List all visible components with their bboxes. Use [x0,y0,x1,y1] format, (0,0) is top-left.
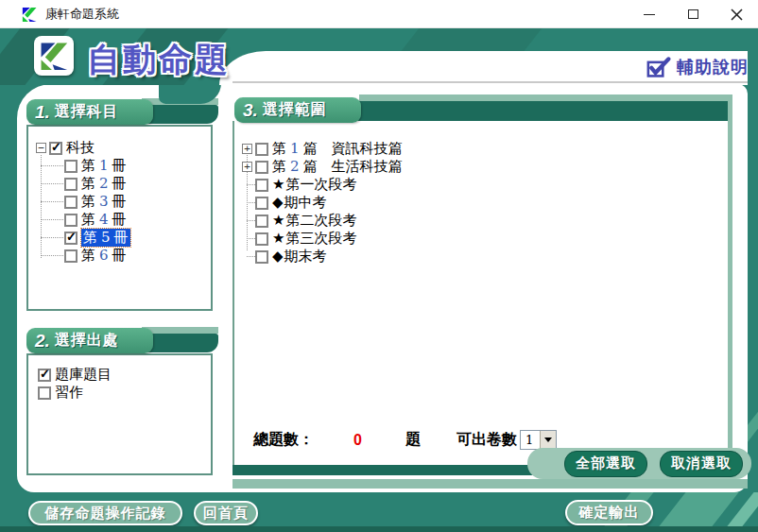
part1-checkbox[interactable] [255,143,268,156]
exam5-checkbox[interactable] [255,250,268,264]
panel-source-header: 2. 選擇出處 [26,328,153,353]
papers-count-select[interactable]: 1 [520,430,557,450]
chevron-down-icon[interactable] [540,431,556,449]
book5-label[interactable]: 第5冊 [81,229,130,247]
source-item-bank[interactable]: 題庫題目 [38,366,205,384]
workbook-label[interactable]: 習作 [55,384,83,402]
book2-label[interactable]: 第2冊 [81,175,127,193]
minimize-button[interactable] [633,0,665,28]
app-logo-icon [21,6,38,23]
book3-checkbox[interactable] [64,196,78,209]
close-icon [731,9,743,21]
panel-source-body: 題庫題目 習作 [26,353,213,475]
select-all-button[interactable]: 全部選取 [564,451,647,477]
summary-row: 總題數： 0 題 可出卷數 1 [253,430,557,450]
tree-item-book2[interactable]: 第2冊 [64,175,205,193]
window-title: 康軒命題系統 [45,0,119,28]
panel-scope-title: 選擇範圍 [263,100,327,120]
header-divider [233,81,748,83]
app-header: 自動命題 輔助說明 [0,28,758,85]
footer-bar: 儲存命題操作記錄 回首頁 確定輸出 [0,492,758,532]
panel-scope-accent [359,94,732,101]
book1-label[interactable]: 第1冊 [81,157,127,175]
brand-logo [34,36,74,76]
exam3-label[interactable]: ★第二次段考 [272,212,356,230]
selection-button-bar: 全部選取 取消選取 [527,448,751,479]
tree-item-exam4[interactable]: ★第三次段考 [242,230,722,248]
part2-label[interactable]: 第2篇生活科技篇 [272,158,403,176]
panel-scope-number: 3. [243,100,258,121]
book6-label[interactable]: 第6冊 [81,247,127,265]
right-edge-decoration [748,359,758,492]
expand-icon[interactable] [242,162,252,172]
source-item-workbook[interactable]: 習作 [38,384,205,402]
maximize-button[interactable] [677,0,709,28]
exam2-checkbox[interactable] [255,197,268,210]
maximize-icon [688,9,698,19]
tree-item-part2[interactable]: 第2篇生活科技篇 [242,158,722,176]
exam1-label[interactable]: ★第一次段考 [272,176,356,194]
tree-item-exam2[interactable]: ◆期中考 [242,194,722,212]
panel-source-bar [142,334,218,352]
exam5-label[interactable]: ◆期末考 [272,248,327,266]
exam3-checkbox[interactable] [255,215,268,228]
part1-label[interactable]: 第1篇資訊科技篇 [272,140,403,158]
save-log-button[interactable]: 儲存命題操作記錄 [28,501,182,525]
book3-label[interactable]: 第3冊 [81,193,127,211]
main-content: 1. 選擇科目 科技 第1冊 第2冊 第3冊 [17,84,748,492]
bank-label[interactable]: 題庫題目 [55,366,112,384]
confirm-output-button[interactable]: 確定輸出 [565,500,653,525]
book1-checkbox[interactable] [64,160,78,173]
subject-children: 第1冊 第2冊 第3冊 第4冊 第5冊 [64,157,205,265]
panel-subject-bar [142,105,218,124]
tree-connector [41,155,42,258]
tree-item-book6[interactable]: 第6冊 [64,247,205,265]
window-titlebar: 康軒命題系統 [0,0,758,28]
brand-logo-icon [38,40,70,72]
close-button[interactable] [720,0,752,28]
deselect-all-button[interactable]: 取消選取 [660,451,743,477]
panel-subject-title: 選擇科目 [55,102,119,122]
tree-item-exam3[interactable]: ★第二次段考 [242,212,722,230]
exam4-checkbox[interactable] [255,232,268,246]
collapse-icon[interactable] [36,143,46,153]
total-count: 0 [353,432,362,449]
help-button[interactable]: 輔助說明 [646,54,749,80]
book5-checkbox[interactable] [64,232,78,245]
help-check-icon [646,56,671,78]
subject-root-checkbox[interactable] [49,142,62,155]
source-list: 題庫題目 習作 [28,355,211,402]
exam4-label[interactable]: ★第三次段考 [272,230,356,248]
book2-checkbox[interactable] [64,178,78,191]
tree-item-exam1[interactable]: ★第一次段考 [242,176,722,194]
minimize-icon [644,14,655,15]
papers-count-value: 1 [521,431,540,449]
panel-scope-right-border [728,101,732,489]
panel-source-title: 選擇出處 [55,331,119,351]
subject-tree: 科技 第1冊 第2冊 第3冊 第4冊 [28,127,211,265]
tree-item-book3[interactable]: 第3冊 [64,193,205,211]
tree-item-part1[interactable]: 第1篇資訊科技篇 [242,140,722,158]
panel-source-number: 2. [35,331,50,352]
tree-item-book4[interactable]: 第4冊 [64,211,205,229]
panel-subject-body: 科技 第1冊 第2冊 第3冊 第4冊 [26,125,213,311]
bottom-accent-bar [233,479,748,489]
total-label: 總題數： [253,430,314,450]
tree-item-book1[interactable]: 第1冊 [64,157,205,175]
tree-item-book5-selected[interactable]: 第5冊 [64,229,205,247]
bank-checkbox[interactable] [38,369,51,382]
tree-item-subject-root[interactable]: 科技 [36,139,205,157]
part2-checkbox[interactable] [255,161,268,174]
book4-label[interactable]: 第4冊 [81,211,127,229]
exam1-checkbox[interactable] [255,179,268,192]
subject-root-label[interactable]: 科技 [66,139,95,157]
exam2-label[interactable]: ◆期中考 [272,194,327,212]
book6-checkbox[interactable] [64,249,78,263]
expand-icon[interactable] [242,144,252,154]
book4-checkbox[interactable] [64,214,78,227]
workbook-checkbox[interactable] [38,386,51,400]
tree-item-exam5[interactable]: ◆期末考 [242,248,722,266]
panel-scope-body: 第1篇資訊科技篇 第2篇生活科技篇 ★第一次段考 ◆期中考 ★第二次段考 [233,121,728,465]
home-button[interactable]: 回首頁 [194,501,258,525]
panel-scope-bar [355,101,732,121]
